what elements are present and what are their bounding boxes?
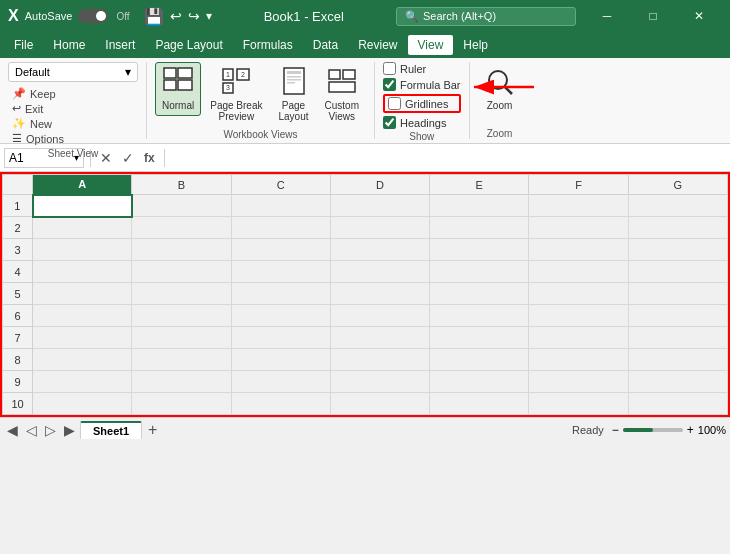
- cell-g4[interactable]: [628, 261, 727, 283]
- cell-f7[interactable]: [529, 327, 628, 349]
- headings-checkbox[interactable]: [383, 116, 396, 129]
- formula-bar-checkbox[interactable]: [383, 78, 396, 91]
- cell-g1[interactable]: [628, 195, 727, 217]
- autosave-toggle[interactable]: [78, 9, 108, 23]
- cell-d3[interactable]: [330, 239, 429, 261]
- col-header-f[interactable]: F: [529, 175, 628, 195]
- col-header-c[interactable]: C: [231, 175, 330, 195]
- cell-c1[interactable]: [231, 195, 330, 217]
- cell-b2[interactable]: [132, 217, 231, 239]
- cell-a9[interactable]: [33, 371, 132, 393]
- cell-f10[interactable]: [529, 393, 628, 415]
- col-header-d[interactable]: D: [330, 175, 429, 195]
- cell-a1[interactable]: [33, 195, 132, 217]
- cell-g9[interactable]: [628, 371, 727, 393]
- cell-d6[interactable]: [330, 305, 429, 327]
- tab-nav-prev2[interactable]: ◁: [23, 422, 40, 438]
- cell-a8[interactable]: [33, 349, 132, 371]
- headings-checkbox-item[interactable]: Headings: [383, 116, 461, 129]
- cell-e7[interactable]: [430, 327, 529, 349]
- formula-bar-checkbox-item[interactable]: Formula Bar: [383, 78, 461, 91]
- tab-nav-prev[interactable]: ◀: [4, 422, 21, 438]
- cell-e2[interactable]: [430, 217, 529, 239]
- cell-b3[interactable]: [132, 239, 231, 261]
- minimize-button[interactable]: ─: [584, 0, 630, 32]
- cell-f8[interactable]: [529, 349, 628, 371]
- cell-a6[interactable]: [33, 305, 132, 327]
- cell-c2[interactable]: [231, 217, 330, 239]
- cell-b6[interactable]: [132, 305, 231, 327]
- cell-a2[interactable]: [33, 217, 132, 239]
- cell-f2[interactable]: [529, 217, 628, 239]
- menu-formulas[interactable]: Formulas: [233, 35, 303, 55]
- cell-e8[interactable]: [430, 349, 529, 371]
- exit-btn[interactable]: ↩ Exit: [8, 101, 138, 116]
- cell-f5[interactable]: [529, 283, 628, 305]
- cell-g5[interactable]: [628, 283, 727, 305]
- cell-b10[interactable]: [132, 393, 231, 415]
- cell-a4[interactable]: [33, 261, 132, 283]
- cell-g7[interactable]: [628, 327, 727, 349]
- cell-f4[interactable]: [529, 261, 628, 283]
- cell-c9[interactable]: [231, 371, 330, 393]
- cell-b9[interactable]: [132, 371, 231, 393]
- page-break-button[interactable]: 1 2 3 Page BreakPreview: [203, 62, 269, 127]
- cell-e9[interactable]: [430, 371, 529, 393]
- cell-d10[interactable]: [330, 393, 429, 415]
- custom-views-button[interactable]: CustomViews: [318, 62, 366, 127]
- sheet-tab-1[interactable]: Sheet1: [80, 421, 142, 439]
- ruler-checkbox-item[interactable]: Ruler: [383, 62, 461, 75]
- cell-b7[interactable]: [132, 327, 231, 349]
- cell-d4[interactable]: [330, 261, 429, 283]
- cell-a7[interactable]: [33, 327, 132, 349]
- cell-d2[interactable]: [330, 217, 429, 239]
- cell-g3[interactable]: [628, 239, 727, 261]
- menu-help[interactable]: Help: [453, 35, 498, 55]
- cell-f6[interactable]: [529, 305, 628, 327]
- add-sheet-button[interactable]: +: [148, 421, 157, 439]
- redo-icon[interactable]: ↪: [188, 8, 200, 24]
- cell-c7[interactable]: [231, 327, 330, 349]
- cell-d5[interactable]: [330, 283, 429, 305]
- search-box[interactable]: 🔍 Search (Alt+Q): [396, 7, 576, 26]
- cell-c8[interactable]: [231, 349, 330, 371]
- zoom-in-button[interactable]: +: [687, 423, 694, 437]
- cell-g10[interactable]: [628, 393, 727, 415]
- tab-nav-next[interactable]: ▶: [61, 422, 78, 438]
- col-header-b[interactable]: B: [132, 175, 231, 195]
- cell-f3[interactable]: [529, 239, 628, 261]
- cell-c10[interactable]: [231, 393, 330, 415]
- col-header-g[interactable]: G: [628, 175, 727, 195]
- menu-data[interactable]: Data: [303, 35, 348, 55]
- menu-page-layout[interactable]: Page Layout: [145, 35, 232, 55]
- zoom-button[interactable]: Zoom: [478, 62, 522, 116]
- sheet-view-dropdown[interactable]: Default ▾: [8, 62, 138, 82]
- cell-e4[interactable]: [430, 261, 529, 283]
- normal-view-button[interactable]: Normal: [155, 62, 201, 116]
- page-layout-button[interactable]: PageLayout: [272, 62, 316, 127]
- col-header-e[interactable]: E: [430, 175, 529, 195]
- undo-icon[interactable]: ↩: [170, 8, 182, 24]
- cell-b5[interactable]: [132, 283, 231, 305]
- cell-c4[interactable]: [231, 261, 330, 283]
- menu-review[interactable]: Review: [348, 35, 407, 55]
- cell-e5[interactable]: [430, 283, 529, 305]
- cell-e10[interactable]: [430, 393, 529, 415]
- insert-function-icon[interactable]: fx: [141, 151, 158, 165]
- save-icon[interactable]: 💾: [144, 7, 164, 26]
- cell-b4[interactable]: [132, 261, 231, 283]
- cell-g6[interactable]: [628, 305, 727, 327]
- cell-b1[interactable]: [132, 195, 231, 217]
- cell-d7[interactable]: [330, 327, 429, 349]
- cell-c5[interactable]: [231, 283, 330, 305]
- cell-f1[interactable]: [529, 195, 628, 217]
- maximize-button[interactable]: □: [630, 0, 676, 32]
- gridlines-checkbox[interactable]: [388, 97, 401, 110]
- gridlines-checkbox-item[interactable]: Gridlines: [383, 94, 461, 113]
- menu-home[interactable]: Home: [43, 35, 95, 55]
- menu-view[interactable]: View: [408, 35, 454, 55]
- cell-c6[interactable]: [231, 305, 330, 327]
- cell-a3[interactable]: [33, 239, 132, 261]
- tab-nav-next2[interactable]: ▷: [42, 422, 59, 438]
- new-btn[interactable]: ✨ New: [8, 116, 138, 131]
